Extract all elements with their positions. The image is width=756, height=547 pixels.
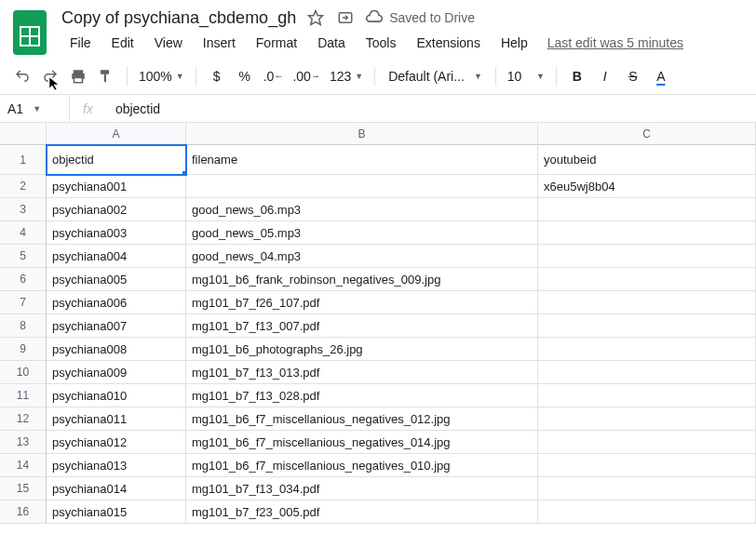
cell[interactable]	[538, 291, 756, 314]
cell[interactable]: psychiana014	[47, 477, 186, 500]
cell[interactable]: mg101_b7_f23_005.pdf	[186, 500, 538, 524]
cell[interactable]: filename	[186, 145, 538, 175]
menu-view[interactable]: View	[146, 32, 191, 54]
row-header[interactable]: 3	[0, 198, 47, 221]
cell[interactable]	[538, 454, 756, 477]
menu-help[interactable]: Help	[493, 32, 536, 54]
row-header[interactable]: 4	[0, 221, 47, 245]
row-header[interactable]: 11	[0, 384, 47, 407]
cell[interactable]: psychiana003	[47, 221, 186, 245]
star-icon[interactable]	[305, 7, 326, 28]
menu-tools[interactable]: Tools	[358, 32, 405, 54]
menu-data[interactable]: Data	[309, 32, 354, 54]
spreadsheet-grid[interactable]: A B C 1objectidfilenameyoutubeid2psychia…	[0, 123, 756, 524]
cell[interactable]: psychiana005	[47, 268, 186, 291]
cell[interactable]: mg101_b6_f7_miscellanious_negatives_010.…	[186, 454, 538, 477]
row-header[interactable]: 12	[0, 407, 47, 431]
cell[interactable]: mg101_b6_frank_robinson_negatives_009.jp…	[186, 268, 538, 291]
italic-button[interactable]: I	[592, 63, 618, 89]
cell[interactable]	[538, 338, 756, 361]
cell[interactable]: psychiana011	[47, 407, 186, 431]
menu-extensions[interactable]: Extensions	[408, 32, 488, 54]
cell[interactable]: good_news_05.mp3	[186, 221, 538, 245]
cell[interactable]: x6eu5wj8b04	[538, 175, 756, 198]
cell[interactable]	[186, 175, 538, 198]
cell[interactable]	[538, 221, 756, 245]
cell[interactable]	[538, 431, 756, 454]
row-header[interactable]: 15	[0, 477, 47, 500]
cell[interactable]	[538, 245, 756, 268]
cell[interactable]: mg101_b7_f13_013.pdf	[186, 361, 538, 384]
increase-decimal-button[interactable]: .00→	[289, 63, 323, 89]
row-header[interactable]: 6	[0, 268, 47, 291]
formula-input[interactable]: objectid	[106, 101, 756, 116]
row-header[interactable]: 9	[0, 338, 47, 361]
font-select[interactable]: Default (Ari...▼	[383, 69, 488, 84]
menu-format[interactable]: Format	[248, 32, 305, 54]
row-header[interactable]: 8	[0, 314, 47, 338]
cell[interactable]	[538, 477, 756, 500]
cell[interactable]: mg101_b6_photographs_26.jpg	[186, 338, 538, 361]
row-header[interactable]: 14	[0, 454, 47, 477]
menu-insert[interactable]: Insert	[195, 32, 244, 54]
col-header-b[interactable]: B	[186, 123, 538, 145]
decrease-decimal-button[interactable]: .0←	[260, 63, 288, 89]
zoom-select[interactable]: 100%▼	[135, 63, 188, 89]
cell[interactable]	[538, 407, 756, 431]
cell[interactable]: good_news_04.mp3	[186, 245, 538, 268]
cell[interactable]: youtubeid	[538, 145, 756, 175]
cell[interactable]	[538, 198, 756, 221]
cell[interactable]: mg101_b7_f13_028.pdf	[186, 384, 538, 407]
cell[interactable]: psychiana010	[47, 384, 186, 407]
row-header[interactable]: 5	[0, 245, 47, 268]
col-header-c[interactable]: C	[538, 123, 756, 145]
cell[interactable]: good_news_06.mp3	[186, 198, 538, 221]
paint-format-button[interactable]	[93, 63, 119, 89]
select-all-corner[interactable]	[0, 123, 47, 145]
percent-button[interactable]: %	[232, 63, 258, 89]
cell[interactable]	[538, 314, 756, 338]
cell-a1[interactable]: objectid	[47, 145, 186, 175]
cell[interactable]: mg101_b7_f13_034.pdf	[186, 477, 538, 500]
cell[interactable]: psychiana012	[47, 431, 186, 454]
cell[interactable]: psychiana007	[47, 314, 186, 338]
print-button[interactable]	[65, 63, 91, 89]
font-size-select[interactable]: 10▼	[504, 63, 548, 89]
row-header[interactable]: 10	[0, 361, 47, 384]
text-color-button[interactable]: A	[648, 63, 674, 89]
cell[interactable]: mg101_b6_f7_miscellanious_negatives_012.…	[186, 407, 538, 431]
strikethrough-button[interactable]: S	[620, 63, 646, 89]
row-header[interactable]: 7	[0, 291, 47, 314]
undo-button[interactable]	[9, 63, 35, 89]
move-icon[interactable]	[335, 7, 356, 28]
row-header[interactable]: 2	[0, 175, 47, 198]
name-box[interactable]: A1▼	[0, 101, 69, 116]
cell[interactable]	[538, 384, 756, 407]
cell[interactable]: psychiana006	[47, 291, 186, 314]
row-header[interactable]: 13	[0, 431, 47, 454]
col-header-a[interactable]: A	[47, 123, 186, 145]
cell[interactable]: mg101_b6_f7_miscellanious_negatives_014.…	[186, 431, 538, 454]
cell[interactable]: psychiana001	[47, 175, 186, 198]
cell[interactable]	[538, 361, 756, 384]
row-header[interactable]: 16	[0, 500, 47, 524]
currency-button[interactable]: $	[204, 63, 230, 89]
cell[interactable]: psychiana004	[47, 245, 186, 268]
cell[interactable]	[538, 268, 756, 291]
cell[interactable]: mg101_b7_f13_007.pdf	[186, 314, 538, 338]
document-title[interactable]: Copy of psychiana_cbdemo_gh	[61, 8, 296, 28]
bold-button[interactable]: B	[564, 63, 590, 89]
cell[interactable]: psychiana009	[47, 361, 186, 384]
cloud-status[interactable]: Saved to Drive	[365, 10, 475, 25]
cell[interactable]	[538, 500, 756, 524]
cell[interactable]: psychiana013	[47, 454, 186, 477]
number-format-select[interactable]: 123▼	[326, 63, 367, 89]
sheets-logo[interactable]	[11, 9, 48, 56]
menu-file[interactable]: File	[61, 32, 100, 54]
last-edit[interactable]: Last edit was 5 minutes	[540, 32, 683, 54]
redo-button[interactable]	[37, 63, 63, 89]
cell[interactable]: psychiana002	[47, 198, 186, 221]
menu-edit[interactable]: Edit	[103, 32, 142, 54]
cell[interactable]: mg101_b7_f26_107.pdf	[186, 291, 538, 314]
cell[interactable]: psychiana015	[47, 500, 186, 524]
